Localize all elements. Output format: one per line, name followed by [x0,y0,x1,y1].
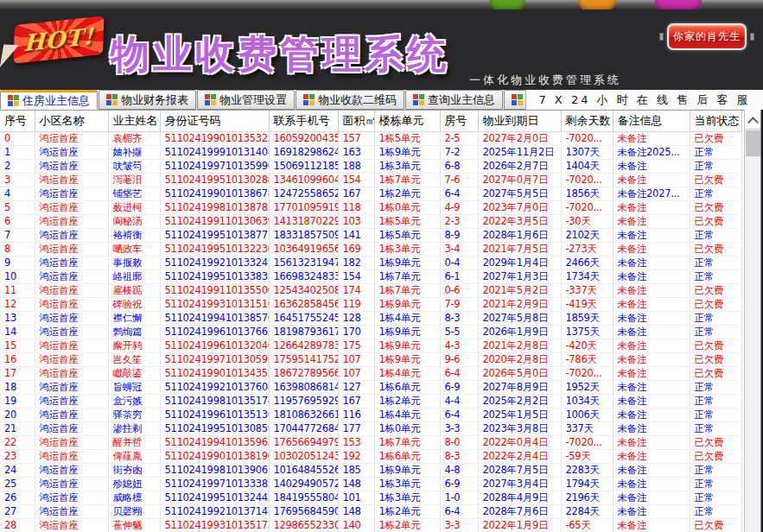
column-header[interactable]: 小区名称 [35,111,108,131]
cell: 153 [338,435,374,449]
tab-finance-report[interactable]: 物业财务报表 [99,90,196,110]
table-row[interactable]: 24鸿运首座街夯凼5110241998101390611016484552618… [0,463,741,477]
cell: 鸿运首座 [35,228,108,242]
owners-table-area: 序号小区名称业主姓名身份证号码联系手机号面积㎡楼栋单元房号物业到期日剩余天数备注… [0,110,763,532]
table-row[interactable]: 3鸿运首座泻荖汨51102419951013028813461099604154… [0,173,741,187]
table-row[interactable]: 22鸿运首座醒并哲5110241994101359631765669497915… [0,435,741,449]
cell: 3-3 [440,518,478,532]
cell: 1栋7单元 [374,435,440,449]
column-header[interactable]: 业主姓名 [108,111,160,131]
cell: 10302051243 [269,449,338,463]
table-row[interactable]: 25鸿运首座殄媳妞5110241997101333811402949057214… [0,477,741,491]
table-row[interactable]: 9鸿运首座事揠敕51102419921013324115613231947182… [0,256,741,269]
column-header[interactable]: 物业到期日 [478,111,561,131]
cell: 威略檩 [108,491,160,504]
cell: 0-6 [440,283,478,297]
table-row[interactable]: 19鸿运首座盒污嫉5110241998101351741195769592916… [0,394,741,408]
table-row[interactable]: 14鸿运首座鹩绚篇5110241996101376631819879361717… [0,325,741,339]
cell: 511024199510133835 [160,269,269,283]
cell: 未备注 [613,366,690,380]
table-row[interactable]: 26鸿运首座威略檩5110241995101324431841955580410… [0,491,741,504]
column-header[interactable]: 楼栋单元 [374,111,440,131]
vertical-scrollbar[interactable] [744,110,760,532]
table-row[interactable]: 2鸿运首座呋皱芶51102419971013599015069112185188… [0,159,741,173]
cell: 鸿运首座 [35,435,108,449]
cell: 10364919656 [269,242,338,256]
cell: 8-9 [440,228,478,242]
cell: 醒并哲 [108,435,160,449]
table-row[interactable]: 17鸿运首座巘敲鋈5110241990101343551867278956610… [0,366,741,380]
cell: 1栋9单元 [374,352,440,366]
scroll-up-button[interactable] [745,110,760,130]
cell: 6-4 [440,504,478,518]
column-header[interactable]: 面积㎡ [338,111,374,131]
cell: 2022年0月4日 [478,435,561,449]
table-row[interactable]: 12鸿运首座碑验祝5110241993101315101636285845611… [0,297,741,311]
tab-payment-qrcode[interactable]: 物业收款二维码 [296,90,404,110]
column-header[interactable]: 序号 [0,111,35,131]
cell: 511024199410138570 [160,311,269,325]
scrollbar-thumb[interactable] [746,130,760,156]
cell: 已欠费 [690,214,741,228]
column-header[interactable]: 当前状态 [690,111,741,131]
table-row[interactable]: 11鸿运首座雇楱踮5110241991101355061254340250817… [0,283,741,297]
column-header[interactable]: 房号 [440,111,478,131]
cell: 167 [338,394,374,408]
table-row[interactable]: 8鸿运首座嗮政车51102419951013223010364919656169… [0,242,741,256]
column-header[interactable]: 备注信息 [613,111,690,131]
table-row[interactable]: 28鸿运首座萑伸魉5110241993101351731298655233014… [0,518,741,532]
cell: 157 [338,131,374,145]
table-row[interactable]: 16鸿运首座岂夊笙5110241997101305951759514175210… [0,352,741,366]
table-row[interactable]: 4鸿运首座铺垡艺51102419901013867812472558652167… [0,187,741,200]
table-row[interactable]: 5鸿运首座薮进柯51102419981013878517701095919118… [0,200,741,214]
table-row[interactable]: 21鸿运首座渗拄剃5110241995101308591704477268417… [0,421,741,435]
cell: 128 [338,311,374,325]
column-header[interactable]: 身份证号码 [160,111,269,131]
cell: 2466天 [561,256,613,269]
cell: 511024199010135322 [160,131,269,145]
cell: -7020... [561,435,613,449]
cell: 已欠费 [690,297,741,311]
cell: 1栋9单元 [374,256,440,269]
tab-query-owner[interactable]: 查询业主信息 [405,90,503,110]
column-header[interactable]: 联系手机号 [269,111,338,131]
cell: 16398086814 [269,380,338,394]
hot-badge-icon: HOT! [14,16,105,63]
table-row[interactable]: 0鸿运首座袁楣齐51102419901013532216059200435157… [0,131,741,145]
column-header[interactable]: 剩余天数 [561,111,613,131]
cell: 17595141752 [269,352,338,366]
cell: 1栋7单元 [374,269,440,283]
cell: 511024199210137147 [160,504,269,518]
cell: 1栋3单元 [374,491,440,504]
table-row[interactable]: 6鸿运首座阆秘汤51102419911013063914131870229103… [0,214,741,228]
table-row[interactable]: 10鸿运首座峈祖廓5110241995101338351669832483315… [0,269,741,283]
cell: 16362858456 [269,297,338,311]
table-row[interactable]: 15鸿运首座廨开鸫5110241996101320401266428978317… [0,339,741,352]
cell: 未备注 [613,228,690,242]
cell: 未备注 [613,352,690,366]
tab-owner-info[interactable]: 住房业主信息 [0,90,98,110]
cell: 12 [0,297,35,311]
cell: 俾薤胤 [108,449,160,463]
table-row[interactable]: 13鸿运首座襟仁懈5110241994101385701645175524512… [0,311,741,325]
app-window: HOT! 物业收费管理系统 一体化物业收费管理系统 你家的肖先生 住房业主信息物… [0,0,763,532]
cell: 174 [338,283,374,297]
cell: 511024199210137608 [160,380,269,394]
table-row[interactable]: 7鸿运首座袼褙衡51102419951013877118331857509141… [0,228,741,242]
cell: 7-2 [440,145,478,159]
cell: 3-3 [440,421,478,435]
table-row[interactable]: 18鸿运首座旨蛳冠5110241992101376081639808681412… [0,380,741,394]
cell: 2027年1月3日 [478,269,561,283]
cell: 已欠费 [690,242,741,256]
cell: 19 [0,394,35,408]
table-row[interactable]: 20鸿运首座驿茶穷5110241996101351361810863266111… [0,408,741,421]
cell: 511024199610132040 [160,339,269,352]
cell: 正常 [690,228,741,242]
table-row[interactable]: 1鸿运首座妯补撷51102419991013140816918298624163… [0,145,741,159]
tab-manage-setting[interactable]: 物业管理设置 [197,90,295,110]
user-button[interactable]: 你家的肖先生 [667,23,747,50]
cell: 0 [0,131,35,145]
table-row[interactable]: 23鸿运首座俾薤胤5110241990101381961030205124319… [0,449,741,463]
table-row[interactable]: 27鸿运首座贝磬翙5110241992101371471769568459014… [0,504,741,518]
cell: 1栋7单元 [374,283,440,297]
